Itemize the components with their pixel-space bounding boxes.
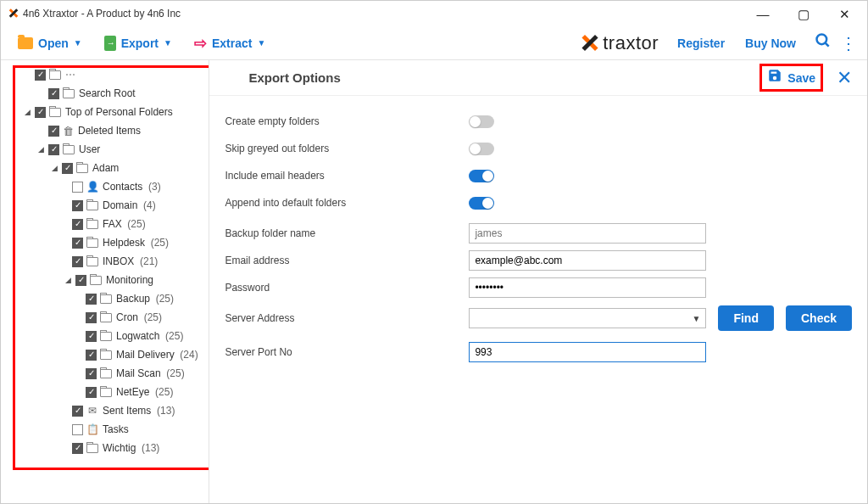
label-skip-greyed: Skip greyed out folders <box>225 143 469 154</box>
buy-now-link[interactable]: Buy Now <box>745 36 796 50</box>
folder-open-icon <box>18 37 33 49</box>
server-port-input[interactable] <box>469 342 706 362</box>
open-menu[interactable]: Open ▼ <box>11 31 89 55</box>
search-icon[interactable] <box>815 32 832 53</box>
label-create-empty: Create empty folders <box>225 115 469 127</box>
caret-down-icon: ▼ <box>74 38 82 48</box>
brand-logo: traxtor <box>581 32 659 54</box>
export-icon <box>104 36 116 51</box>
extract-label: Extract <box>212 36 252 50</box>
window-title: 4n6 Xtraxtor - A Product by 4n6 Inc <box>23 8 750 20</box>
label: User <box>79 143 100 155</box>
check-button[interactable]: Check <box>786 305 852 331</box>
label: NetEye <box>116 386 149 398</box>
open-label: Open <box>38 36 69 50</box>
svg-point-0 <box>817 35 827 45</box>
tree-item-user[interactable]: ◢✓User <box>1 140 209 159</box>
tree-item-adam[interactable]: ◢✓Adam <box>1 159 209 177</box>
label: FAX <box>103 218 122 230</box>
tree-item-top-folders[interactable]: ◢✓Top of Personal Folders <box>1 103 209 121</box>
label: Top of Personal Folders <box>65 106 173 118</box>
label: Deleted Items <box>78 125 141 137</box>
label: Monitoring <box>106 274 153 286</box>
toggle-create-empty[interactable] <box>469 115 494 128</box>
server-address-combo[interactable]: ▼ <box>469 308 706 328</box>
save-button[interactable]: Save <box>760 64 823 92</box>
find-button[interactable]: Find <box>718 305 774 331</box>
toggle-append-default[interactable] <box>469 197 494 210</box>
trash-icon: 🗑 <box>63 125 74 137</box>
label-backup-folder: Backup folder name <box>225 227 469 239</box>
tree-item-domain[interactable]: ✓Domain (4) <box>1 196 209 215</box>
window-titlebar: 4n6 Xtraxtor - A Product by 4n6 Inc — ▢ … <box>1 1 867 26</box>
tree-item-helpdesk[interactable]: ✓Helpdesk (25) <box>1 233 209 252</box>
label: Domain <box>103 199 137 211</box>
contacts-icon: 👤 <box>86 181 98 193</box>
tasks-icon: 📋 <box>86 423 98 435</box>
label-email: Email address <box>225 255 469 266</box>
label: Mail Delivery <box>116 349 175 361</box>
tree-item-mail-delivery[interactable]: ✓Mail Delivery (24) <box>1 345 209 364</box>
extract-menu[interactable]: ⇨ Extract ▼ <box>187 29 272 58</box>
tree-item-search-root[interactable]: ▶✓Search Root <box>1 84 209 103</box>
label-server-address: Server Address <box>225 312 469 324</box>
export-label: Export <box>121 36 159 50</box>
label: Helpdesk <box>103 237 145 249</box>
label: Logwatch <box>116 330 159 342</box>
password-input[interactable] <box>469 277 706 298</box>
close-window-button[interactable]: ✕ <box>832 8 857 20</box>
label: Adam <box>92 162 119 174</box>
tree-item-fax[interactable]: ✓FAX (25) <box>1 215 209 233</box>
tree-item-deleted[interactable]: ▶✓🗑Deleted Items <box>1 121 209 140</box>
tree-item-monitoring[interactable]: ◢✓Monitoring <box>1 271 209 289</box>
extract-icon: ⇨ <box>194 34 207 53</box>
svg-line-1 <box>826 43 829 47</box>
toggle-include-headers[interactable] <box>469 170 494 182</box>
tree-item-neteye[interactable]: ✓NetEye (25) <box>1 383 209 401</box>
folder-tree-sidebar: ▶✓⋯ ▶✓Search Root ◢✓Top of Personal Fold… <box>1 60 209 504</box>
panel-header: Export Options Save ✕ <box>209 60 867 96</box>
label: Contacts <box>103 181 142 193</box>
tree-item-inbox[interactable]: ✓INBOX (21) <box>1 252 209 271</box>
email-input[interactable] <box>469 250 706 271</box>
label: Cron <box>116 311 138 323</box>
export-menu[interactable]: Export ▼ <box>97 31 179 56</box>
tree-item-backup[interactable]: ✓Backup (25) <box>1 289 209 308</box>
app-logo-icon <box>8 8 19 20</box>
kebab-menu-icon[interactable]: ⋮ <box>840 33 857 53</box>
maximize-button[interactable]: ▢ <box>791 8 816 20</box>
label: Wichtig <box>103 442 136 454</box>
brand-x-icon <box>581 34 599 53</box>
toggle-skip-greyed[interactable] <box>469 143 494 155</box>
label: Mail Scan <box>116 367 161 379</box>
minimize-button[interactable]: — <box>750 8 776 20</box>
save-label: Save <box>787 71 815 85</box>
label-server-port: Server Port No <box>225 346 469 358</box>
chevron-down-icon: ▼ <box>687 314 706 323</box>
label: INBOX <box>103 255 134 267</box>
backup-folder-input[interactable] <box>469 223 706 244</box>
save-icon <box>767 68 782 87</box>
register-link[interactable]: Register <box>677 36 725 50</box>
tree-item-wichtig[interactable]: ✓Wichtig (13) <box>1 439 209 457</box>
close-panel-button[interactable]: ✕ <box>837 67 852 89</box>
label-append-default: Append into default folders <box>225 197 469 209</box>
label: Search Root <box>79 87 136 99</box>
label: Tasks <box>103 423 129 435</box>
tree-item-sent[interactable]: ✓✉Sent Items (13) <box>1 401 209 420</box>
tree-item-mail-scan[interactable]: ✓Mail Scan (25) <box>1 364 209 383</box>
panel-title: Export Options <box>248 70 340 85</box>
label-include-headers: Include email headers <box>225 170 469 182</box>
label: Sent Items <box>103 405 151 417</box>
brand-text: traxtor <box>603 32 659 54</box>
caret-down-icon: ▼ <box>164 38 172 48</box>
tree-item-tasks[interactable]: 📋Tasks <box>1 420 209 439</box>
label: Backup <box>116 293 150 305</box>
tree-item[interactable]: ▶✓⋯ <box>1 65 209 84</box>
tree-item-logwatch[interactable]: ✓Logwatch (25) <box>1 327 209 345</box>
label-password: Password <box>225 282 469 294</box>
tree-item-contacts[interactable]: 👤Contacts (3) <box>1 177 209 196</box>
tree-item-cron[interactable]: ✓Cron (25) <box>1 308 209 327</box>
caret-down-icon: ▼ <box>257 38 265 48</box>
sent-icon: ✉ <box>86 405 98 417</box>
